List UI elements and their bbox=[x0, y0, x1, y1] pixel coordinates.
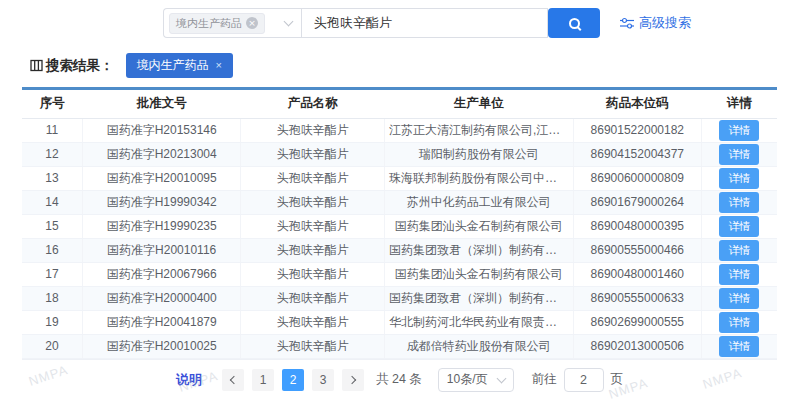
cell-detail: 详情 bbox=[701, 142, 777, 166]
goto-page-input[interactable] bbox=[564, 368, 604, 392]
results-label: 搜索结果： bbox=[46, 57, 114, 75]
table-row: 11 国药准字H20153146 头孢呋辛酯片 江苏正大清江制药有限公司,江苏.… bbox=[22, 118, 777, 142]
chevron-down-icon bbox=[496, 373, 506, 383]
tag-close-icon[interactable]: × bbox=[216, 60, 222, 71]
column-header-manufacturer: 生产单位 bbox=[384, 90, 573, 118]
table-row: 20 国药准字H20010025 头孢呋辛酯片 成都倍特药业股份有限公司 869… bbox=[22, 334, 777, 358]
cell-manufacturer: 成都倍特药业股份有限公司 bbox=[384, 334, 573, 358]
cell-no: 13 bbox=[22, 166, 82, 190]
cell-manufacturer: 江苏正大清江制药有限公司,江苏... bbox=[384, 118, 573, 142]
cell-no: 11 bbox=[22, 118, 82, 142]
cell-manufacturer: 华北制药河北华民药业有限责任公... bbox=[384, 310, 573, 334]
cell-product-name: 头孢呋辛酯片 bbox=[241, 190, 384, 214]
page-size-value: 10条/页 bbox=[447, 371, 488, 388]
cell-approval-number: 国药准字H20000400 bbox=[82, 286, 241, 310]
search-input[interactable] bbox=[301, 8, 548, 38]
cell-approval-number: 国药准字H19990342 bbox=[82, 190, 241, 214]
column-header-drug-code: 药品本位码 bbox=[573, 90, 701, 118]
note-link[interactable]: 说明 bbox=[176, 371, 202, 389]
table-row: 19 国药准字H20041879 头孢呋辛酯片 华北制药河北华民药业有限责任公.… bbox=[22, 310, 777, 334]
table-row: 17 国药准字H20067966 头孢呋辛酯片 国药集团汕头金石制药有限公司 8… bbox=[22, 262, 777, 286]
table-row: 15 国药准字H19990235 头孢呋辛酯片 国药集团汕头金石制药有限公司 8… bbox=[22, 214, 777, 238]
cell-drug-code: 86900480001460 bbox=[573, 262, 701, 286]
cell-approval-number: 国药准字H20213004 bbox=[82, 142, 241, 166]
cell-drug-code: 86902699000555 bbox=[573, 310, 701, 334]
cell-manufacturer: 国药集团汕头金石制药有限公司 bbox=[384, 214, 573, 238]
results-tag-label: 境内生产药品 bbox=[137, 57, 209, 74]
cell-detail: 详情 bbox=[701, 166, 777, 190]
cell-approval-number: 国药准字H20010095 bbox=[82, 166, 241, 190]
results-table-panel: 序号 批准文号 产品名称 生产单位 药品本位码 详情 11 国药准字H20153… bbox=[22, 87, 777, 360]
column-header-product-name: 产品名称 bbox=[241, 90, 384, 118]
cell-drug-code: 86904152004377 bbox=[573, 142, 701, 166]
detail-button[interactable]: 详情 bbox=[719, 336, 759, 357]
detail-button[interactable]: 详情 bbox=[719, 120, 759, 141]
page-size-select[interactable]: 10条/页 bbox=[438, 368, 514, 392]
cell-manufacturer: 国药集团汕头金石制药有限公司 bbox=[384, 262, 573, 286]
cell-manufacturer: 国药集团致君（深圳）制药有限公... bbox=[384, 286, 573, 310]
advanced-search-link[interactable]: 高级搜索 bbox=[620, 14, 691, 32]
column-header-approval-number: 批准文号 bbox=[82, 90, 241, 118]
cell-drug-code: 86902013000506 bbox=[573, 334, 701, 358]
chevron-down-icon bbox=[284, 16, 294, 26]
results-header: 搜索结果： 境内生产药品 × bbox=[30, 53, 799, 78]
goto-page-group: 前往 页 bbox=[532, 368, 624, 392]
table-row: 18 国药准字H20000400 头孢呋辛酯片 国药集团致君（深圳）制药有限公.… bbox=[22, 286, 777, 310]
chevron-left-icon bbox=[230, 375, 238, 383]
page-button-1[interactable]: 1 bbox=[252, 369, 274, 391]
search-button[interactable] bbox=[548, 8, 600, 38]
cell-product-name: 头孢呋辛酯片 bbox=[241, 310, 384, 334]
chip-close-circle-icon[interactable]: × bbox=[246, 17, 258, 29]
detail-button[interactable]: 详情 bbox=[719, 264, 759, 285]
cell-manufacturer: 珠海联邦制药股份有限公司中山分... bbox=[384, 166, 573, 190]
cell-no: 17 bbox=[22, 262, 82, 286]
search-bar: 境内生产药品 × 高级搜索 bbox=[163, 8, 799, 38]
cell-drug-code: 86900555000633 bbox=[573, 286, 701, 310]
cell-product-name: 头孢呋辛酯片 bbox=[241, 334, 384, 358]
cell-manufacturer: 瑞阳制药股份有限公司 bbox=[384, 142, 573, 166]
page-button-3[interactable]: 3 bbox=[312, 369, 334, 391]
cell-approval-number: 国药准字H19990235 bbox=[82, 214, 241, 238]
next-page-button[interactable] bbox=[342, 369, 364, 391]
cell-product-name: 头孢呋辛酯片 bbox=[241, 238, 384, 262]
cell-product-name: 头孢呋辛酯片 bbox=[241, 214, 384, 238]
cell-approval-number: 国药准字H20153146 bbox=[82, 118, 241, 142]
cell-product-name: 头孢呋辛酯片 bbox=[241, 166, 384, 190]
category-chip-label: 境内生产药品 bbox=[176, 16, 242, 31]
cell-detail: 详情 bbox=[701, 310, 777, 334]
goto-prefix-label: 前往 bbox=[532, 371, 557, 388]
chevron-right-icon bbox=[348, 375, 356, 383]
detail-button[interactable]: 详情 bbox=[719, 312, 759, 333]
cell-approval-number: 国药准字H20067966 bbox=[82, 262, 241, 286]
detail-button[interactable]: 详情 bbox=[719, 144, 759, 165]
total-count-label: 共 24 条 bbox=[376, 371, 422, 388]
table-row: 12 国药准字H20213004 头孢呋辛酯片 瑞阳制药股份有限公司 86904… bbox=[22, 142, 777, 166]
detail-button[interactable]: 详情 bbox=[719, 240, 759, 261]
column-header-no: 序号 bbox=[22, 90, 82, 118]
cell-approval-number: 国药准字H20041879 bbox=[82, 310, 241, 334]
cell-drug-code: 86900600000809 bbox=[573, 166, 701, 190]
cell-manufacturer: 国药集团致君（深圳）制药有限公... bbox=[384, 238, 573, 262]
cell-approval-number: 国药准字H20010025 bbox=[82, 334, 241, 358]
cell-product-name: 头孢呋辛酯片 bbox=[241, 286, 384, 310]
search-category-select[interactable]: 境内生产药品 × bbox=[163, 8, 301, 38]
grid-icon bbox=[30, 59, 43, 72]
cell-detail: 详情 bbox=[701, 334, 777, 358]
detail-button[interactable]: 详情 bbox=[719, 168, 759, 189]
cell-product-name: 头孢呋辛酯片 bbox=[241, 118, 384, 142]
detail-button[interactable]: 详情 bbox=[719, 192, 759, 213]
cell-no: 12 bbox=[22, 142, 82, 166]
advanced-search-label: 高级搜索 bbox=[639, 14, 691, 32]
table-row: 16 国药准字H20010116 头孢呋辛酯片 国药集团致君（深圳）制药有限公.… bbox=[22, 238, 777, 262]
cell-detail: 详情 bbox=[701, 214, 777, 238]
detail-button[interactable]: 详情 bbox=[719, 288, 759, 309]
cell-detail: 详情 bbox=[701, 118, 777, 142]
cell-no: 18 bbox=[22, 286, 82, 310]
page-button-2-active[interactable]: 2 bbox=[282, 369, 304, 391]
category-filter-chip[interactable]: 境内生产药品 × bbox=[169, 13, 265, 34]
cell-no: 15 bbox=[22, 214, 82, 238]
detail-button[interactable]: 详情 bbox=[719, 216, 759, 237]
results-filter-tag[interactable]: 境内生产药品 × bbox=[126, 53, 233, 78]
goto-suffix-label: 页 bbox=[611, 371, 624, 388]
prev-page-button[interactable] bbox=[222, 369, 244, 391]
